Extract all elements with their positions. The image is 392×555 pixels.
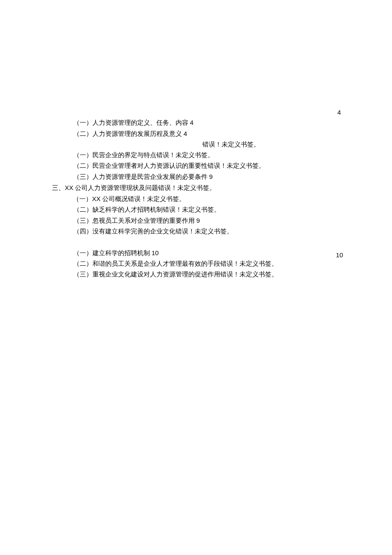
toc-line: （一）人力资源管理的定义、任务、内容 4 [73,117,346,128]
toc-prefix-code: XX [65,184,73,191]
toc-text: （二）民营企业管理者对人力资源认识的重要性错误！未定义书签。 [73,162,265,169]
toc-line: （一）XX 公司概况错误！未定义书签。 [73,193,346,204]
page-number-top: 4 [337,109,341,116]
toc-line: （一）民营企业的界定与特点错误！未定义书签。 [73,150,346,161]
toc-page: 4 [190,119,193,126]
toc-prefix: 三、 [52,184,65,191]
toc-text: （二）人力资源管理的发展历程及意义 [73,130,182,137]
toc-page: 9 [196,217,200,224]
toc-line: （二）缺乏科学的人才招聘机制错误！未定义书签。 [73,204,346,215]
toc-line: 错误！未定义书签。 [95,139,367,150]
toc-line: （三）人力资源管理是民营企业发展的必要条件 9 [73,171,346,182]
toc-text: 公司人力资源管理现状及问题错误！未定义书签。 [73,184,216,191]
toc-line: （四）没有建立科学完善的企业文化错误！未定义书签。 [73,226,346,237]
toc-line: （三）忽视员工关系对企业管理的重要作用 9 [73,215,346,226]
toc-line: 三、XX 公司人力资源管理现状及问题错误！未定义书签。 [52,182,325,193]
toc-line: （二）民营企业管理者对人力资源认识的重要性错误！未定义书签。 [73,161,346,171]
toc-prefix: （一） [73,196,92,202]
toc-text: （四）没有建立科学完善的企业文化错误！未定义书签。 [73,228,233,235]
toc-text: 错误！未定义书签。 [202,141,260,148]
toc-content: （一）人力资源管理的定义、任务、内容 4（二）人力资源管理的发展历程及意义 4错… [73,117,346,280]
toc-line: （二）和谐的员工关系是企业人才管理最有效的手段错误！未定义书签。 [73,259,346,269]
toc-page: 4 [184,130,187,137]
toc-text: （三）重视企业文化建设对人力资源管理的促进作用错误！未定义书签。 [73,271,278,278]
toc-text: （二）和谐的员工关系是企业人才管理最有效的手段错误！未定义书签。 [73,260,278,267]
toc-page: 9 [209,173,213,180]
toc-text: （一）建立科学的招聘机制 [73,250,150,256]
toc-text: （一）民营企业的界定与特点错误！未定义书签。 [73,152,214,158]
toc-text: 公司概况错误！未定义书签。 [101,196,185,202]
toc-prefix-code: XX [92,195,101,202]
toc-line: （一）建立科学的招聘机制 10 [73,247,346,259]
toc-line: （二）人力资源管理的发展历程及意义 4 [73,128,346,139]
toc-text: （一）人力资源管理的定义、任务、内容 [73,119,188,126]
toc-text: （二）缺乏科学的人才招聘机制错误！未定义书签。 [73,206,220,213]
toc-line: （三）重视企业文化建设对人力资源管理的促进作用错误！未定义书签。 [73,269,346,280]
toc-text: （三）人力资源管理是民营企业发展的必要条件 [73,173,208,180]
toc-page: 10 [152,249,159,256]
toc-line [73,237,346,247]
toc-text: （三）忽视员工关系对企业管理的重要作用 [73,217,195,224]
